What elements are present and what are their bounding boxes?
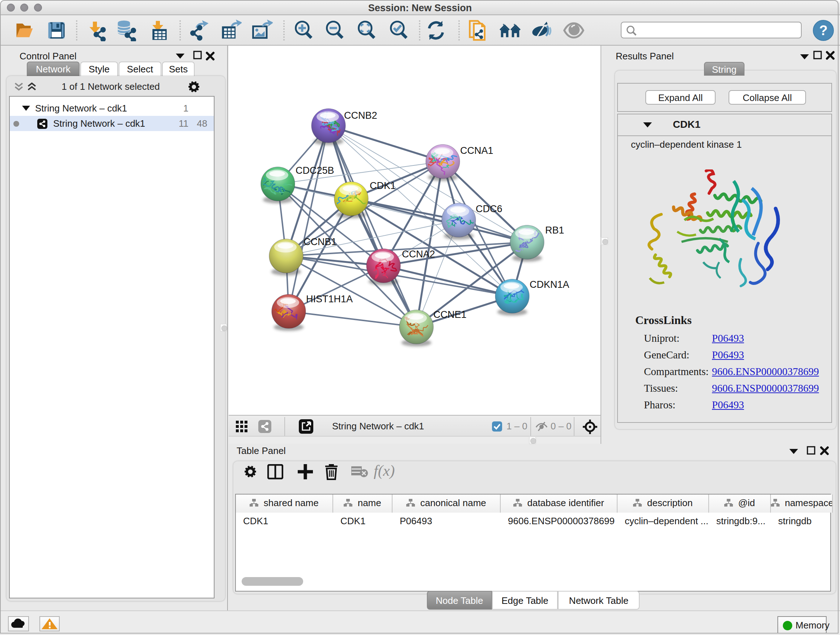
svg-text:?: ? <box>819 23 827 38</box>
svg-text:CCNB2: CCNB2 <box>344 110 377 121</box>
svg-text:CDKN1A: CDKN1A <box>530 279 569 290</box>
svg-text:CDK1: CDK1 <box>370 180 396 191</box>
svg-text:CCNE1: CCNE1 <box>433 309 467 320</box>
svg-text:CCNA2: CCNA2 <box>402 249 435 260</box>
svg-text:RB1: RB1 <box>545 225 564 236</box>
svg-text:CDC6: CDC6 <box>476 203 502 214</box>
svg-text:HIST1H1A: HIST1H1A <box>306 294 353 304</box>
svg-text:CCNA1: CCNA1 <box>460 145 493 156</box>
svg-text:CCNB1: CCNB1 <box>303 236 337 247</box>
svg-text:CDC25B: CDC25B <box>295 165 334 176</box>
